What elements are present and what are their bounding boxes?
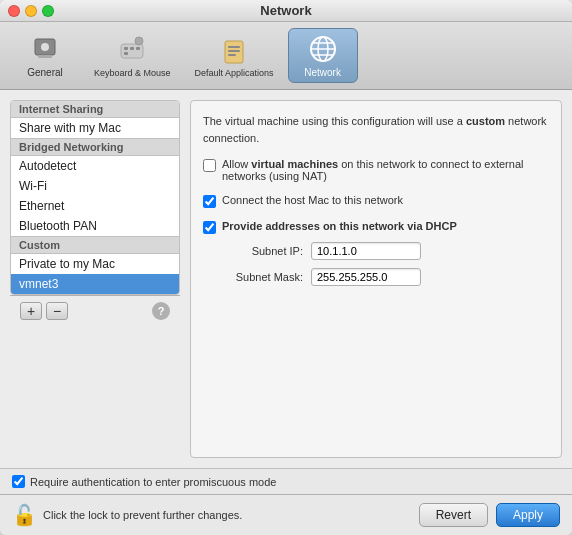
subnet-mask-label: Subnet Mask: bbox=[223, 271, 303, 283]
sidebar-wrapper: Internet Sharing Share with my Mac Bridg… bbox=[10, 100, 180, 458]
subnet-ip-label: Subnet IP: bbox=[223, 245, 303, 257]
svg-point-2 bbox=[41, 43, 49, 51]
allow-nat-checkbox[interactable] bbox=[203, 159, 216, 172]
promiscuous-label: Require authentication to enter promiscu… bbox=[30, 476, 276, 488]
sidebar-item-bluetooth-pan[interactable]: Bluetooth PAN bbox=[11, 216, 179, 236]
connect-host-checkbox[interactable] bbox=[203, 195, 216, 208]
svg-rect-3 bbox=[121, 44, 143, 58]
lock-text: Click the lock to prevent further change… bbox=[43, 509, 242, 521]
sidebar-item-share-with-mac[interactable]: Share with my Mac bbox=[11, 118, 179, 138]
traffic-lights bbox=[8, 5, 54, 17]
dhcp-checkbox[interactable] bbox=[203, 221, 216, 234]
maximize-button[interactable] bbox=[42, 5, 54, 17]
action-buttons: Revert Apply bbox=[419, 503, 560, 527]
svg-rect-6 bbox=[136, 47, 140, 50]
toolbar-item-network[interactable]: Network bbox=[288, 28, 358, 83]
help-button[interactable]: ? bbox=[152, 302, 170, 320]
apply-button[interactable]: Apply bbox=[496, 503, 560, 527]
toolbar-item-keyboard-mouse[interactable]: Keyboard & Mouse bbox=[84, 30, 181, 82]
svg-rect-12 bbox=[228, 54, 236, 56]
description-text: The virtual machine using this configura… bbox=[203, 113, 549, 146]
svg-point-8 bbox=[135, 37, 143, 45]
svg-rect-7 bbox=[124, 52, 128, 55]
content-area: Internet Sharing Share with my Mac Bridg… bbox=[0, 90, 572, 468]
internet-sharing-header: Internet Sharing bbox=[11, 101, 179, 118]
main-panel: The virtual machine using this configura… bbox=[190, 100, 562, 458]
promiscuous-checkbox[interactable] bbox=[12, 475, 25, 488]
dhcp-label: Provide addresses on this network via DH… bbox=[222, 220, 457, 232]
allow-nat-label: Allow virtual machines on this network t… bbox=[222, 158, 549, 182]
sidebar-bottom-bar: + − ? bbox=[10, 295, 180, 326]
sidebar-item-private-to-mac[interactable]: Private to my Mac bbox=[11, 254, 179, 274]
svg-rect-4 bbox=[124, 47, 128, 50]
window: Network General bbox=[0, 0, 572, 535]
svg-rect-1 bbox=[38, 55, 52, 58]
general-icon bbox=[29, 33, 61, 65]
sidebar-item-vmnet3[interactable]: vmnet3 bbox=[11, 274, 179, 294]
subnet-mask-row: Subnet Mask: bbox=[203, 268, 549, 286]
remove-network-button[interactable]: − bbox=[46, 302, 68, 320]
connect-host-row: Connect the host Mac to this network bbox=[203, 194, 549, 208]
minimize-button[interactable] bbox=[25, 5, 37, 17]
connect-host-label: Connect the host Mac to this network bbox=[222, 194, 403, 206]
sidebar-item-autodetect[interactable]: Autodetect bbox=[11, 156, 179, 176]
subnet-ip-row: Subnet IP: bbox=[203, 242, 549, 260]
allow-nat-row: Allow virtual machines on this network t… bbox=[203, 158, 549, 182]
add-network-button[interactable]: + bbox=[20, 302, 42, 320]
bridged-networking-header: Bridged Networking bbox=[11, 138, 179, 156]
subnet-mask-input[interactable] bbox=[311, 268, 421, 286]
lock-icon[interactable]: 🔓 bbox=[12, 503, 37, 527]
sidebar-item-wifi[interactable]: Wi-Fi bbox=[11, 176, 179, 196]
network-icon bbox=[307, 33, 339, 65]
promiscuous-row: Require authentication to enter promiscu… bbox=[0, 468, 572, 494]
close-button[interactable] bbox=[8, 5, 20, 17]
dhcp-section: Provide addresses on this network via DH… bbox=[203, 220, 549, 286]
general-label: General bbox=[27, 67, 63, 78]
sidebar: Internet Sharing Share with my Mac Bridg… bbox=[10, 100, 180, 295]
title-bar: Network bbox=[0, 0, 572, 22]
subnet-ip-input[interactable] bbox=[311, 242, 421, 260]
svg-rect-11 bbox=[228, 50, 240, 52]
custom-header: Custom bbox=[11, 236, 179, 254]
default-applications-label: Default Applications bbox=[195, 68, 274, 78]
sidebar-item-ethernet[interactable]: Ethernet bbox=[11, 196, 179, 216]
dhcp-row: Provide addresses on this network via DH… bbox=[203, 220, 549, 234]
network-label: Network bbox=[304, 67, 341, 78]
lock-area: 🔓 Click the lock to prevent further chan… bbox=[12, 503, 419, 527]
svg-rect-5 bbox=[130, 47, 134, 50]
keyboard-mouse-icon bbox=[116, 34, 148, 66]
default-applications-icon bbox=[218, 34, 250, 66]
toolbar: General Keyboard & Mouse bbox=[0, 22, 572, 90]
window-title: Network bbox=[260, 3, 311, 18]
toolbar-item-general[interactable]: General bbox=[10, 29, 80, 82]
keyboard-mouse-label: Keyboard & Mouse bbox=[94, 68, 171, 78]
toolbar-item-default-applications[interactable]: Default Applications bbox=[185, 30, 284, 82]
bottom-bar: 🔓 Click the lock to prevent further chan… bbox=[0, 494, 572, 535]
revert-button[interactable]: Revert bbox=[419, 503, 488, 527]
svg-rect-10 bbox=[228, 46, 240, 48]
